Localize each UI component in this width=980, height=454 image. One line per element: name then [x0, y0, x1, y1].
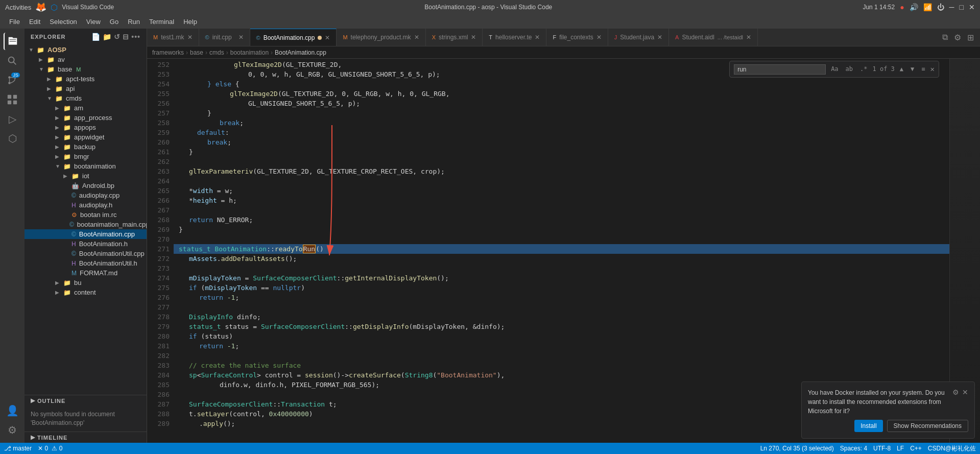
tab-bootanimation-cpp[interactable]: © BootAnimation.cpp ✕	[250, 29, 337, 46]
tab-close-btn[interactable]: ✕	[596, 34, 602, 41]
notification-settings-icon[interactable]: ⚙	[952, 388, 959, 396]
tree-item-bootanimationutil-h[interactable]: ▶HBootAnimationUtil.h	[25, 258, 147, 268]
menu-view[interactable]: View	[82, 17, 105, 27]
errors-count[interactable]: ✕ 0 ⚠ 0	[38, 445, 62, 452]
tree-item-appwidget[interactable]: ▶📁appwidget	[25, 132, 147, 142]
tab-telephony-product-mk[interactable]: M telephony_product.mk ✕	[337, 29, 425, 46]
settings-tab-icon[interactable]: ⚙	[952, 32, 963, 43]
timeline-header[interactable]: ▶TIMELINE	[25, 432, 147, 443]
find-prev-btn[interactable]: ▲	[898, 63, 905, 75]
close-btn[interactable]: ✕	[969, 3, 975, 11]
find-whole-word-btn[interactable]: ab	[844, 63, 855, 75]
split-editor-icon[interactable]: ⧉	[940, 32, 950, 43]
new-file-icon[interactable]: 📄	[91, 33, 101, 41]
menu-terminal[interactable]: Terminal	[145, 17, 178, 27]
install-button[interactable]: Install	[854, 420, 882, 432]
tree-item-bootanim-rc[interactable]: ▶⚙bootan im.rc	[25, 210, 147, 220]
more-actions-icon[interactable]: •••	[131, 33, 140, 41]
tree-item-base[interactable]: ▼📁baseM	[25, 64, 147, 74]
language-status[interactable]: C++	[910, 445, 922, 452]
tree-item-format-md[interactable]: ▶MFORMAT.md	[25, 268, 147, 278]
tab-test1-mk[interactable]: M test1.mk ✕	[147, 29, 199, 46]
tree-item-av[interactable]: ▶📁av	[25, 55, 147, 64]
tab-close-btn[interactable]: ✕	[657, 34, 662, 41]
settings-icon[interactable]: ⚙	[4, 421, 21, 439]
tab-close-btn[interactable]: ✕	[746, 34, 751, 41]
tab-close-btn[interactable]: ✕	[535, 34, 540, 41]
vscode-icon[interactable]: ⬡	[51, 3, 58, 12]
find-match-case-btn[interactable]: Aa	[829, 63, 840, 75]
spaces-status[interactable]: Spaces: 4	[840, 445, 867, 452]
find-close-btn[interactable]: ✕	[930, 64, 935, 74]
explorer-icon[interactable]	[4, 33, 21, 50]
menu-help[interactable]: Help	[179, 17, 201, 27]
refresh-icon[interactable]: ↺	[114, 33, 121, 41]
tree-item-apct-tests[interactable]: ▶📁apct-tests	[25, 74, 147, 84]
tab-close-btn[interactable]: ✕	[471, 34, 476, 41]
collapse-icon[interactable]: ⊟	[123, 33, 129, 41]
tree-item-backup[interactable]: ▶📁backup	[25, 142, 147, 152]
extensions-icon[interactable]	[4, 91, 21, 108]
encoding-status[interactable]: UTF-8	[873, 445, 891, 452]
tree-item-am[interactable]: ▶📁am	[25, 103, 147, 113]
outline-header[interactable]: ▶OUTLINE	[25, 395, 147, 406]
menu-edit[interactable]: Edit	[25, 17, 44, 27]
show-recommendations-button[interactable]: Show Recommendations	[887, 420, 968, 432]
tree-item-bu[interactable]: ▶📁bu	[25, 278, 147, 288]
find-input[interactable]	[734, 64, 826, 75]
tab-student-aidl[interactable]: A Student.aidl ... /testaidl ✕	[669, 29, 758, 46]
menu-run[interactable]: Run	[124, 17, 144, 27]
source-control-icon[interactable]: JS	[4, 71, 21, 89]
tree-item-bootanimation-main[interactable]: ▶©bootanimation_main.cpp	[25, 220, 147, 229]
menu-file[interactable]: File	[5, 17, 24, 27]
account-icon[interactable]: 👤	[4, 402, 21, 419]
tab-helloserver-te[interactable]: T helloserver.te ✕	[483, 29, 546, 46]
tree-item-audioplay-h[interactable]: ▶Haudioplay.h	[25, 200, 147, 210]
tree-item-appops[interactable]: ▶📁appops	[25, 123, 147, 132]
tab-close-btn[interactable]: ✕	[414, 34, 419, 41]
line-col-status[interactable]: Ln 270, Col 35 (3 selected)	[760, 445, 834, 452]
breadcrumb-item-bootanimation[interactable]: bootanimation	[230, 49, 269, 56]
menu-go[interactable]: Go	[106, 17, 123, 27]
tree-item-api[interactable]: ▶📁api	[25, 84, 147, 93]
eol-status[interactable]: LF	[897, 445, 904, 452]
power-icon[interactable]: ⏻	[937, 3, 944, 11]
maximize-btn[interactable]: □	[960, 3, 964, 11]
tree-item-content[interactable]: ▶📁content	[25, 288, 147, 297]
run-debug-icon[interactable]: ▷	[4, 110, 21, 128]
activities-btn[interactable]: Activities	[5, 4, 31, 11]
breadcrumb-item-base[interactable]: base	[190, 49, 203, 56]
menu-selection[interactable]: Selection	[45, 17, 81, 27]
tree-item-audioplay-cpp[interactable]: ▶©audioplay.cpp	[25, 190, 147, 200]
tree-item-bootanimation[interactable]: ▼📁bootanimation	[25, 161, 147, 171]
tree-item-iot[interactable]: ▶📁iot	[25, 171, 147, 181]
tree-item-bootanimationutil-cpp[interactable]: ▶©BootAnimationUtil.cpp	[25, 249, 147, 258]
firefox-icon[interactable]: 🦊	[35, 2, 46, 13]
search-icon[interactable]	[4, 52, 21, 69]
git-branch[interactable]: ⎇ master	[4, 445, 32, 452]
breadcrumb-item-file[interactable]: BootAnimation.cpp	[275, 49, 326, 56]
network-icon[interactable]: 📶	[923, 3, 932, 11]
tab-file-contexts[interactable]: F file_contexts ✕	[546, 29, 608, 46]
notification-close-icon[interactable]: ✕	[962, 388, 968, 396]
layout-icon[interactable]: ⊞	[965, 32, 976, 43]
tree-item-app-process[interactable]: ▶📁app_process	[25, 113, 147, 123]
tab-init-cpp[interactable]: © init.cpp ✕	[199, 29, 250, 46]
tree-item-bootanimation-h[interactable]: ▶HBootAnimation.h	[25, 239, 147, 249]
tree-item-bmgr[interactable]: ▶📁bmgr	[25, 152, 147, 161]
tree-item-aosp[interactable]: ▼ 📁 AOSP	[25, 45, 147, 55]
tree-item-cmds[interactable]: ▼📁cmds	[25, 93, 147, 103]
new-folder-icon[interactable]: 📁	[103, 33, 112, 41]
breadcrumb-item-cmds[interactable]: cmds	[209, 49, 224, 56]
tab-student-java[interactable]: J Student.java ✕	[608, 29, 669, 46]
speaker-icon[interactable]: 🔊	[910, 3, 918, 11]
remote-icon[interactable]: ⬡	[4, 130, 21, 147]
minimize-btn[interactable]: ─	[949, 3, 954, 11]
find-next-btn[interactable]: ▼	[909, 63, 916, 75]
tree-item-android-bp[interactable]: ▶🤖Android.bp	[25, 181, 147, 190]
tab-strings-xml[interactable]: X strings.xml ✕	[426, 29, 483, 46]
breadcrumb-item-frameworks[interactable]: frameworks	[152, 49, 184, 56]
tab-close-btn[interactable]: ✕	[325, 34, 330, 41]
find-regex-btn[interactable]: .*	[858, 63, 869, 75]
tab-close-btn[interactable]: ✕	[238, 34, 244, 41]
